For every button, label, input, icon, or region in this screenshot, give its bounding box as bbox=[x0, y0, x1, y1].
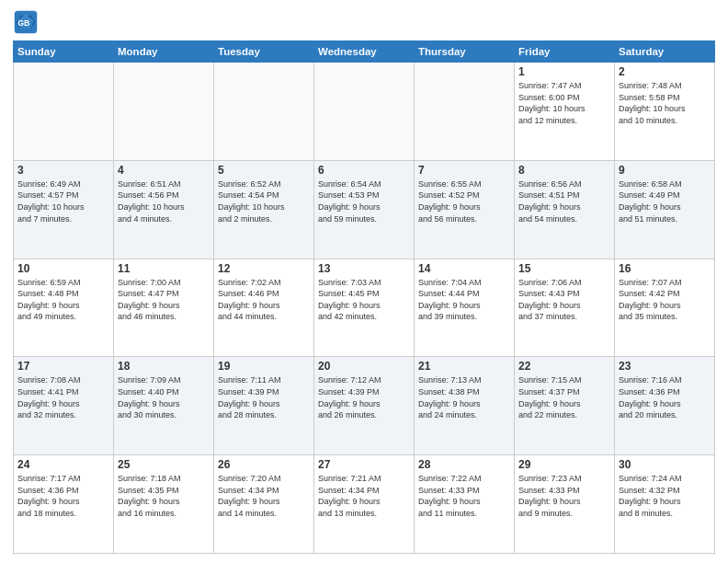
calendar-cell: 15Sunrise: 7:06 AM Sunset: 4:43 PM Dayli… bbox=[515, 259, 615, 357]
day-info: Sunrise: 7:47 AM Sunset: 6:00 PM Dayligh… bbox=[518, 80, 610, 126]
calendar-cell: 2Sunrise: 7:48 AM Sunset: 5:58 PM Daylig… bbox=[615, 63, 715, 161]
calendar-cell: 16Sunrise: 7:07 AM Sunset: 4:42 PM Dayli… bbox=[615, 259, 715, 357]
calendar-cell: 1Sunrise: 7:47 AM Sunset: 6:00 PM Daylig… bbox=[515, 63, 615, 161]
day-info: Sunrise: 7:48 AM Sunset: 5:58 PM Dayligh… bbox=[619, 80, 711, 126]
calendar-cell: 12Sunrise: 7:02 AM Sunset: 4:46 PM Dayli… bbox=[214, 259, 314, 357]
calendar-cell: 3Sunrise: 6:49 AM Sunset: 4:57 PM Daylig… bbox=[14, 160, 114, 259]
day-info: Sunrise: 7:09 AM Sunset: 4:40 PM Dayligh… bbox=[118, 374, 210, 420]
calendar: SundayMondayTuesdayWednesdayThursdayFrid… bbox=[13, 40, 715, 554]
day-info: Sunrise: 7:22 AM Sunset: 4:33 PM Dayligh… bbox=[418, 473, 510, 519]
page: GB SundayMondayTuesdayWednesdayThursdayF… bbox=[0, 0, 728, 563]
day-info: Sunrise: 7:08 AM Sunset: 4:41 PM Dayligh… bbox=[17, 374, 109, 420]
logo-icon: GB bbox=[13, 9, 39, 35]
calendar-table: SundayMondayTuesdayWednesdayThursdayFrid… bbox=[13, 40, 715, 554]
day-number: 8 bbox=[518, 164, 610, 177]
day-info: Sunrise: 6:58 AM Sunset: 4:49 PM Dayligh… bbox=[619, 178, 711, 224]
calendar-row: 24Sunrise: 7:17 AM Sunset: 4:36 PM Dayli… bbox=[14, 455, 715, 554]
calendar-cell: 23Sunrise: 7:16 AM Sunset: 4:36 PM Dayli… bbox=[615, 357, 715, 455]
day-number: 12 bbox=[218, 262, 310, 275]
calendar-cell: 27Sunrise: 7:21 AM Sunset: 4:34 PM Dayli… bbox=[314, 455, 415, 554]
day-info: Sunrise: 7:12 AM Sunset: 4:39 PM Dayligh… bbox=[318, 374, 410, 420]
day-number: 7 bbox=[418, 164, 510, 177]
day-number: 13 bbox=[318, 262, 410, 275]
day-info: Sunrise: 7:02 AM Sunset: 4:46 PM Dayligh… bbox=[218, 277, 310, 323]
day-info: Sunrise: 7:06 AM Sunset: 4:43 PM Dayligh… bbox=[518, 277, 610, 323]
day-number: 17 bbox=[17, 360, 109, 373]
day-number: 21 bbox=[418, 360, 510, 373]
calendar-cell bbox=[14, 63, 114, 161]
calendar-cell: 30Sunrise: 7:24 AM Sunset: 4:32 PM Dayli… bbox=[615, 455, 715, 554]
svg-text:GB: GB bbox=[17, 18, 29, 28]
weekday-header: Monday bbox=[114, 41, 214, 63]
day-number: 22 bbox=[518, 360, 610, 373]
calendar-cell: 22Sunrise: 7:15 AM Sunset: 4:37 PM Dayli… bbox=[515, 357, 615, 455]
calendar-cell: 29Sunrise: 7:23 AM Sunset: 4:33 PM Dayli… bbox=[515, 455, 615, 554]
weekday-header: Friday bbox=[515, 41, 615, 63]
weekday-header: Wednesday bbox=[314, 41, 415, 63]
calendar-cell: 11Sunrise: 7:00 AM Sunset: 4:47 PM Dayli… bbox=[114, 259, 214, 357]
day-number: 2 bbox=[619, 65, 711, 78]
calendar-cell bbox=[114, 63, 214, 161]
day-number: 6 bbox=[318, 164, 410, 177]
weekday-header: Thursday bbox=[415, 41, 515, 63]
day-number: 4 bbox=[118, 164, 210, 177]
calendar-cell: 9Sunrise: 6:58 AM Sunset: 4:49 PM Daylig… bbox=[615, 160, 715, 259]
calendar-cell bbox=[415, 63, 515, 161]
calendar-cell: 19Sunrise: 7:11 AM Sunset: 4:39 PM Dayli… bbox=[214, 357, 314, 455]
calendar-cell: 5Sunrise: 6:52 AM Sunset: 4:54 PM Daylig… bbox=[214, 160, 314, 259]
day-number: 3 bbox=[17, 164, 109, 177]
calendar-cell: 25Sunrise: 7:18 AM Sunset: 4:35 PM Dayli… bbox=[114, 455, 214, 554]
day-number: 26 bbox=[218, 458, 310, 471]
calendar-cell bbox=[214, 63, 314, 161]
logo: GB bbox=[13, 9, 42, 35]
calendar-cell: 26Sunrise: 7:20 AM Sunset: 4:34 PM Dayli… bbox=[214, 455, 314, 554]
day-number: 9 bbox=[619, 164, 711, 177]
weekday-header: Saturday bbox=[615, 41, 715, 63]
calendar-cell: 14Sunrise: 7:04 AM Sunset: 4:44 PM Dayli… bbox=[415, 259, 515, 357]
day-info: Sunrise: 7:04 AM Sunset: 4:44 PM Dayligh… bbox=[418, 277, 510, 323]
calendar-cell: 21Sunrise: 7:13 AM Sunset: 4:38 PM Dayli… bbox=[415, 357, 515, 455]
day-number: 18 bbox=[118, 360, 210, 373]
day-info: Sunrise: 7:16 AM Sunset: 4:36 PM Dayligh… bbox=[619, 374, 711, 420]
day-number: 25 bbox=[118, 458, 210, 471]
day-info: Sunrise: 7:13 AM Sunset: 4:38 PM Dayligh… bbox=[418, 374, 510, 420]
day-number: 29 bbox=[518, 458, 610, 471]
day-info: Sunrise: 6:55 AM Sunset: 4:52 PM Dayligh… bbox=[418, 178, 510, 224]
day-info: Sunrise: 7:23 AM Sunset: 4:33 PM Dayligh… bbox=[518, 473, 610, 519]
day-number: 1 bbox=[518, 65, 610, 78]
day-info: Sunrise: 7:11 AM Sunset: 4:39 PM Dayligh… bbox=[218, 374, 310, 420]
weekday-header-row: SundayMondayTuesdayWednesdayThursdayFrid… bbox=[14, 41, 715, 63]
day-number: 24 bbox=[17, 458, 109, 471]
calendar-row: 17Sunrise: 7:08 AM Sunset: 4:41 PM Dayli… bbox=[14, 357, 715, 455]
day-info: Sunrise: 6:56 AM Sunset: 4:51 PM Dayligh… bbox=[518, 178, 610, 224]
calendar-cell: 10Sunrise: 6:59 AM Sunset: 4:48 PM Dayli… bbox=[14, 259, 114, 357]
calendar-row: 10Sunrise: 6:59 AM Sunset: 4:48 PM Dayli… bbox=[14, 259, 715, 357]
calendar-cell: 18Sunrise: 7:09 AM Sunset: 4:40 PM Dayli… bbox=[114, 357, 214, 455]
day-number: 28 bbox=[418, 458, 510, 471]
calendar-cell: 20Sunrise: 7:12 AM Sunset: 4:39 PM Dayli… bbox=[314, 357, 415, 455]
calendar-cell bbox=[314, 63, 415, 161]
calendar-cell: 6Sunrise: 6:54 AM Sunset: 4:53 PM Daylig… bbox=[314, 160, 415, 259]
day-number: 11 bbox=[118, 262, 210, 275]
day-info: Sunrise: 7:24 AM Sunset: 4:32 PM Dayligh… bbox=[619, 473, 711, 519]
day-info: Sunrise: 7:20 AM Sunset: 4:34 PM Dayligh… bbox=[218, 473, 310, 519]
day-info: Sunrise: 7:03 AM Sunset: 4:45 PM Dayligh… bbox=[318, 277, 410, 323]
day-number: 27 bbox=[318, 458, 410, 471]
day-info: Sunrise: 7:00 AM Sunset: 4:47 PM Dayligh… bbox=[118, 277, 210, 323]
day-number: 16 bbox=[619, 262, 711, 275]
calendar-cell: 13Sunrise: 7:03 AM Sunset: 4:45 PM Dayli… bbox=[314, 259, 415, 357]
header: GB bbox=[13, 9, 715, 35]
day-info: Sunrise: 7:07 AM Sunset: 4:42 PM Dayligh… bbox=[619, 277, 711, 323]
day-number: 30 bbox=[619, 458, 711, 471]
calendar-cell: 8Sunrise: 6:56 AM Sunset: 4:51 PM Daylig… bbox=[515, 160, 615, 259]
day-number: 5 bbox=[218, 164, 310, 177]
day-info: Sunrise: 6:54 AM Sunset: 4:53 PM Dayligh… bbox=[318, 178, 410, 224]
weekday-header: Tuesday bbox=[214, 41, 314, 63]
calendar-cell: 28Sunrise: 7:22 AM Sunset: 4:33 PM Dayli… bbox=[415, 455, 515, 554]
day-number: 20 bbox=[318, 360, 410, 373]
day-info: Sunrise: 7:21 AM Sunset: 4:34 PM Dayligh… bbox=[318, 473, 410, 519]
day-info: Sunrise: 6:51 AM Sunset: 4:56 PM Dayligh… bbox=[118, 178, 210, 224]
calendar-cell: 17Sunrise: 7:08 AM Sunset: 4:41 PM Dayli… bbox=[14, 357, 114, 455]
day-number: 15 bbox=[518, 262, 610, 275]
day-number: 10 bbox=[17, 262, 109, 275]
